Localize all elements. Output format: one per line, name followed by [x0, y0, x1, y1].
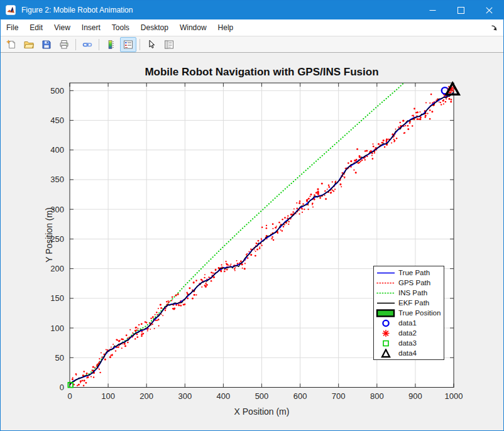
- link-plot-button[interactable]: [79, 37, 96, 52]
- colorbar-icon: [106, 40, 116, 50]
- legend-entry-label: data3: [398, 339, 417, 347]
- svg-text:300: 300: [178, 391, 192, 401]
- titlebar[interactable]: Figure 2: Mobile Robot Animation: [1, 1, 503, 19]
- legend-swatch-line: [375, 288, 397, 298]
- save-figure-button[interactable]: [38, 37, 55, 52]
- plot-canvas[interactable]: 0100200300400500600700800900100005010015…: [1, 53, 503, 430]
- insert-legend-button[interactable]: [120, 37, 136, 52]
- svg-text:1000: 1000: [445, 391, 463, 401]
- toolbar-separator: [99, 39, 99, 50]
- svg-text:400: 400: [50, 145, 64, 155]
- dock-figure-icon[interactable]: [490, 24, 498, 32]
- svg-text:800: 800: [370, 391, 384, 401]
- menubar: FileEditViewInsertToolsDesktopWindowHelp: [1, 19, 503, 36]
- legend-entry-ekf-path[interactable]: EKF Path: [375, 298, 442, 308]
- svg-text:100: 100: [101, 391, 115, 401]
- window-title: Figure 2: Mobile Robot Animation: [21, 6, 419, 14]
- link-icon: [82, 40, 92, 50]
- legend-swatch-line: [375, 278, 397, 288]
- maximize-button[interactable]: [447, 1, 475, 19]
- insert-colorbar-button[interactable]: [102, 37, 119, 52]
- svg-text:500: 500: [50, 86, 64, 95]
- new-figure-button[interactable]: [3, 37, 19, 52]
- svg-text:150: 150: [50, 293, 64, 303]
- legend-entry-ins-path[interactable]: INS Path: [375, 288, 442, 298]
- svg-text:0: 0: [67, 391, 72, 401]
- legend-swatch-asterisk: [375, 329, 397, 338]
- svg-text:350: 350: [50, 175, 64, 184]
- svg-text:900: 900: [408, 391, 422, 401]
- x-axis-label: X Position (m): [70, 406, 454, 417]
- open-folder-icon: [24, 40, 34, 50]
- menu-item-edit[interactable]: Edit: [24, 19, 48, 36]
- property-inspector-button[interactable]: [161, 37, 177, 52]
- svg-text:100: 100: [50, 324, 64, 333]
- save-icon: [41, 40, 52, 50]
- menu-item-window[interactable]: Window: [174, 19, 212, 36]
- legend-swatch-triangle: [375, 349, 397, 358]
- window-controls: [419, 1, 503, 19]
- menu-item-tools[interactable]: Tools: [106, 19, 135, 36]
- svg-text:50: 50: [55, 353, 64, 363]
- printer-icon: [59, 40, 69, 50]
- legend-swatch-line: [375, 298, 397, 308]
- legend-swatch-line: [375, 268, 397, 278]
- cursor-arrow-icon: [146, 40, 156, 50]
- legend[interactable]: True PathGPS PathINS PathEKF PathTrue Po…: [373, 266, 444, 360]
- legend-entry-data2[interactable]: data2: [375, 329, 442, 338]
- matlab-icon: [6, 5, 16, 15]
- legend-entry-label: INS Path: [398, 289, 427, 297]
- menu-item-file[interactable]: File: [1, 19, 24, 36]
- menu-item-view[interactable]: View: [48, 19, 76, 36]
- minimize-icon: [429, 7, 436, 14]
- menu-item-insert[interactable]: Insert: [76, 19, 106, 36]
- legend-entry-label: True Position: [398, 309, 441, 317]
- legend-entry-label: data2: [398, 329, 417, 337]
- legend-entry-label: data4: [398, 349, 417, 357]
- svg-text:0: 0: [60, 383, 64, 392]
- print-figure-button[interactable]: [56, 37, 72, 52]
- menu-item-help[interactable]: Help: [212, 19, 239, 36]
- legend-entry-data3[interactable]: data3: [375, 339, 442, 348]
- legend-entry-data4[interactable]: data4: [375, 349, 442, 358]
- open-file-button[interactable]: [21, 37, 37, 52]
- minimize-button[interactable]: [419, 1, 447, 19]
- maximize-icon: [457, 7, 464, 14]
- legend-entry-gps-path[interactable]: GPS Path: [375, 278, 442, 288]
- legend-entry-label: GPS Path: [398, 279, 430, 286]
- menu-item-desktop[interactable]: Desktop: [135, 19, 174, 36]
- svg-text:450: 450: [50, 116, 64, 125]
- figure-window: Figure 2: Mobile Robot Animation FileEdi…: [0, 0, 504, 431]
- property-inspector-icon: [164, 40, 174, 50]
- legend-icon: [123, 40, 133, 50]
- legend-swatch-patch: [375, 308, 397, 318]
- svg-text:400: 400: [217, 391, 231, 401]
- plot-title: Mobile Robot Navigation with GPS/INS Fus…: [70, 66, 454, 79]
- edit-plot-button[interactable]: [143, 37, 160, 52]
- toolbar-separator: [140, 39, 140, 50]
- legend-entry-label: data1: [398, 319, 417, 327]
- legend-entry-true-path[interactable]: True Path: [375, 268, 442, 278]
- new-document-icon: [6, 40, 16, 50]
- svg-text:600: 600: [293, 391, 307, 401]
- svg-text:500: 500: [255, 391, 269, 401]
- close-button[interactable]: [475, 1, 503, 19]
- figure-canvas: 0100200300400500600700800900100005010015…: [1, 53, 503, 430]
- legend-swatch-circle: [375, 319, 397, 328]
- svg-text:700: 700: [332, 391, 346, 401]
- legend-entry-true-position[interactable]: True Position: [375, 308, 442, 318]
- figure-toolbar: [1, 36, 503, 53]
- legend-entry-data1[interactable]: data1: [375, 319, 442, 328]
- toolbar-separator: [75, 39, 76, 50]
- y-axis-label: Y Position (m): [44, 207, 54, 263]
- svg-text:200: 200: [50, 264, 64, 273]
- svg-text:200: 200: [140, 391, 153, 401]
- legend-entry-label: True Path: [398, 269, 430, 276]
- legend-swatch-square: [375, 339, 397, 348]
- legend-entry-label: EKF Path: [398, 299, 429, 307]
- close-icon: [486, 7, 493, 14]
